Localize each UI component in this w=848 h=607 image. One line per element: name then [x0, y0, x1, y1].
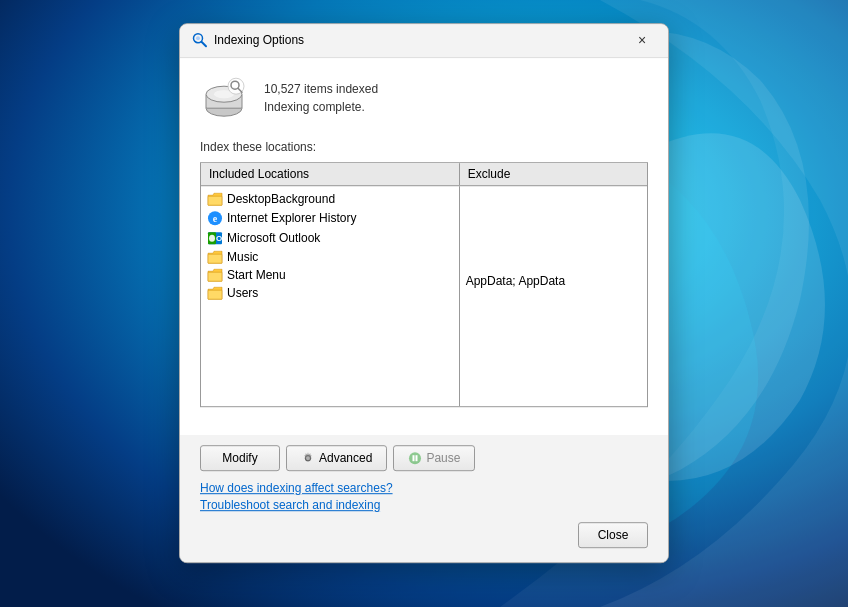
- folder-icon: [207, 268, 223, 282]
- list-item: O Microsoft Outlook: [201, 228, 459, 248]
- troubleshoot-link[interactable]: Troubleshoot search and indexing: [200, 498, 648, 512]
- gear-icon: [301, 451, 315, 465]
- folder-icon: [207, 192, 223, 206]
- pause-button[interactable]: Pause: [393, 445, 475, 471]
- list-item: Users: [201, 284, 459, 302]
- close-button-row: Close: [200, 522, 648, 548]
- dialog-title: Indexing Options: [214, 33, 304, 47]
- folder-icon: [207, 286, 223, 300]
- exclude-value: AppData; AppData: [460, 272, 647, 290]
- locations-label: Index these locations:: [200, 140, 648, 154]
- svg-rect-19: [208, 272, 222, 281]
- modify-button[interactable]: Modify: [200, 445, 280, 471]
- items-count-label: 10,527 items indexed: [264, 82, 378, 96]
- svg-point-22: [409, 452, 421, 464]
- index-icon: [200, 74, 248, 122]
- how-indexing-link[interactable]: How does indexing affect searches?: [200, 481, 648, 495]
- col-included-header: Included Locations: [201, 163, 460, 185]
- location-name: Microsoft Outlook: [227, 231, 320, 245]
- close-button[interactable]: ×: [628, 29, 656, 51]
- status-text-area: 10,527 items indexed Indexing complete.: [264, 82, 378, 114]
- dialog-content: 10,527 items indexed Indexing complete. …: [180, 58, 668, 435]
- pause-icon: [408, 451, 422, 465]
- svg-line-2: [202, 42, 207, 47]
- outlook-icon: O: [207, 230, 223, 246]
- status-section: 10,527 items indexed Indexing complete.: [200, 74, 648, 122]
- location-name: Users: [227, 286, 258, 300]
- table-header: Included Locations Exclude: [201, 163, 647, 186]
- folder-icon: [207, 250, 223, 264]
- svg-rect-18: [208, 254, 222, 263]
- bottom-section: Modify Advanced Pause: [180, 435, 668, 562]
- col-excluded-header: Exclude: [460, 163, 647, 185]
- titlebar-icon: [192, 32, 208, 48]
- svg-point-16: [209, 234, 215, 241]
- advanced-button[interactable]: Advanced: [286, 445, 387, 471]
- ie-icon: e: [207, 210, 223, 226]
- svg-text:e: e: [213, 213, 218, 224]
- indexing-options-dialog: Indexing Options ×: [179, 23, 669, 563]
- action-buttons-row: Modify Advanced Pause: [200, 445, 648, 471]
- excluded-column: AppData; AppData: [460, 186, 647, 406]
- list-item: e Internet Explorer History: [201, 208, 459, 228]
- location-name: Music: [227, 250, 258, 264]
- dialog-wrapper: Indexing Options ×: [179, 23, 669, 563]
- location-name: Start Menu: [227, 268, 286, 282]
- close-dialog-button[interactable]: Close: [578, 522, 648, 548]
- svg-point-3: [196, 36, 200, 40]
- svg-rect-24: [416, 455, 418, 461]
- svg-text:O: O: [216, 234, 222, 243]
- svg-rect-23: [413, 455, 415, 461]
- list-item: Start Menu: [201, 266, 459, 284]
- included-locations-column: DesktopBackground e Internet Explorer Hi…: [201, 186, 460, 406]
- title-bar-left: Indexing Options: [192, 32, 304, 48]
- list-item: Music: [201, 248, 459, 266]
- list-item: DesktopBackground: [201, 190, 459, 208]
- indexing-status-label: Indexing complete.: [264, 100, 378, 114]
- links-row: How does indexing affect searches? Troub…: [200, 481, 648, 512]
- table-body: DesktopBackground e Internet Explorer Hi…: [201, 186, 647, 406]
- location-name: Internet Explorer History: [227, 211, 356, 225]
- locations-table: Included Locations Exclude DesktopBac: [200, 162, 648, 407]
- title-bar: Indexing Options ×: [180, 24, 668, 58]
- svg-rect-11: [208, 196, 222, 205]
- svg-rect-20: [208, 290, 222, 299]
- location-name: DesktopBackground: [227, 192, 335, 206]
